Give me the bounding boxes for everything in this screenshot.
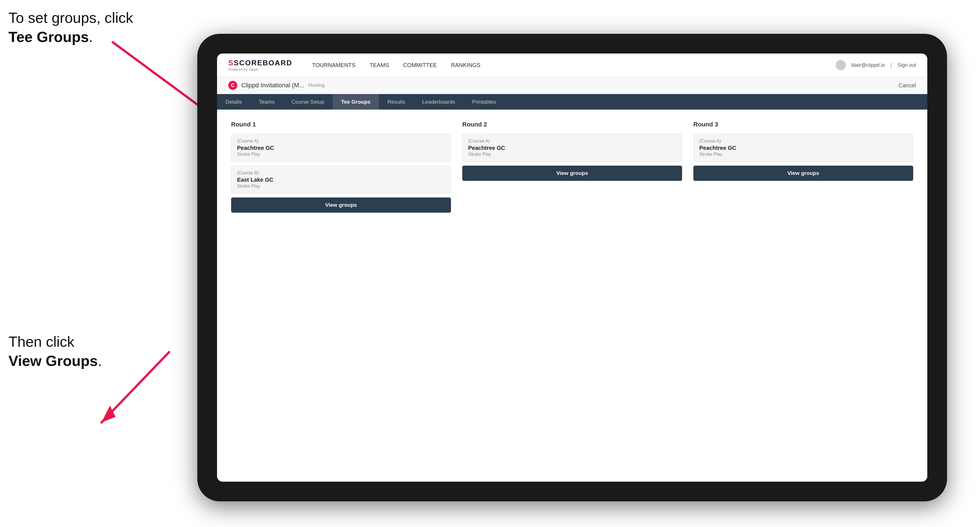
tab-teams[interactable]: Teams bbox=[250, 94, 283, 110]
hosting-badge: Hosting bbox=[309, 83, 325, 88]
tablet-device: SSCOREBOARD Powered by clippit TOURNAMEN… bbox=[197, 34, 947, 502]
logo-c-letter: S bbox=[228, 59, 234, 67]
round-3-course-a-label: (Course A) bbox=[699, 138, 907, 144]
round-2-course-a-label: (Course A) bbox=[468, 138, 676, 144]
nav-right: blair@clippd.io | Sign out bbox=[836, 60, 916, 70]
tab-course-setup[interactable]: Course Setup bbox=[283, 94, 332, 110]
round-3-view-groups-button[interactable]: View groups bbox=[694, 166, 913, 181]
round-3-course-a-format: Stroke Play bbox=[699, 152, 907, 157]
nav-rankings[interactable]: RANKINGS bbox=[451, 62, 480, 68]
instruction-top-bold: Tee Groups bbox=[8, 29, 89, 45]
tab-leaderboards[interactable]: Leaderboards bbox=[414, 94, 464, 110]
rounds-grid: Round 1 (Course A) Peachtree GC Stroke P… bbox=[231, 121, 913, 213]
round-1-course-a-format: Stroke Play bbox=[237, 152, 445, 157]
svg-line-2 bbox=[102, 352, 169, 422]
round-1-course-a-card: (Course A) Peachtree GC Stroke Play bbox=[231, 134, 451, 162]
sign-out-link[interactable]: Sign out bbox=[897, 62, 916, 68]
tournament-icon: C bbox=[228, 81, 237, 90]
nav-committee[interactable]: COMMITTEE bbox=[403, 62, 437, 68]
top-nav: SSCOREBOARD Powered by clippit TOURNAMEN… bbox=[217, 54, 927, 77]
tab-printables[interactable]: Printables bbox=[464, 94, 504, 110]
round-2-title: Round 2 bbox=[462, 121, 682, 128]
nav-tournaments[interactable]: TOURNAMENTS bbox=[312, 62, 355, 68]
tab-details[interactable]: Details bbox=[217, 94, 250, 110]
tournament-bar: C Clippd Invitational (M... Hosting Canc… bbox=[217, 77, 927, 94]
round-3-title: Round 3 bbox=[694, 121, 913, 128]
tab-results[interactable]: Results bbox=[379, 94, 414, 110]
round-2-column: Round 2 (Course A) Peachtree GC Stroke P… bbox=[462, 121, 682, 213]
tournament-title: Clippd Invitational (M... bbox=[241, 82, 304, 89]
round-2-course-a-format: Stroke Play bbox=[468, 152, 676, 157]
tablet-screen: SSCOREBOARD Powered by clippit TOURNAMEN… bbox=[217, 54, 927, 482]
round-1-course-a-name: Peachtree GC bbox=[237, 145, 445, 151]
instruction-bottom-bold: View Groups bbox=[8, 352, 98, 369]
round-3-column: Round 3 (Course A) Peachtree GC Stroke P… bbox=[694, 121, 913, 213]
logo-sub: Powered by clippit bbox=[228, 67, 292, 71]
nav-teams[interactable]: TEAMS bbox=[369, 62, 389, 68]
nav-links: TOURNAMENTS TEAMS COMMITTEE RANKINGS bbox=[312, 62, 822, 68]
round-2-course-a-card: (Course A) Peachtree GC Stroke Play bbox=[462, 134, 682, 162]
avatar bbox=[836, 60, 846, 70]
svg-marker-3 bbox=[102, 406, 116, 422]
round-2-course-a-name: Peachtree GC bbox=[468, 145, 676, 151]
sub-nav: Details Teams Course Setup Tee Groups Re… bbox=[217, 94, 927, 110]
round-1-course-a-label: (Course A) bbox=[237, 138, 445, 144]
cancel-button[interactable]: Cancel bbox=[899, 82, 916, 89]
round-1-view-groups-button[interactable]: View groups bbox=[231, 197, 451, 213]
instruction-bottom: Then click View Groups. bbox=[8, 332, 102, 370]
round-1-course-b-label: (Course B) bbox=[237, 170, 445, 176]
round-1-course-b-card: (Course B) East Lake GC Stroke Play bbox=[231, 166, 451, 194]
instruction-top: To set groups, click Tee Groups. bbox=[8, 8, 133, 46]
tab-tee-groups[interactable]: Tee Groups bbox=[332, 94, 379, 110]
tournament-name-area: C Clippd Invitational (M... Hosting bbox=[228, 81, 325, 90]
logo-text: SSCOREBOARD bbox=[228, 59, 292, 67]
user-email: blair@clippd.io bbox=[851, 62, 885, 68]
round-1-course-b-name: East Lake GC bbox=[237, 176, 445, 183]
instruction-top-line1: To set groups, click bbox=[8, 10, 133, 26]
instruction-bottom-line1: Then click bbox=[8, 333, 75, 350]
round-3-course-a-card: (Course A) Peachtree GC Stroke Play bbox=[694, 134, 913, 162]
round-1-column: Round 1 (Course A) Peachtree GC Stroke P… bbox=[231, 121, 451, 213]
round-1-course-b-format: Stroke Play bbox=[237, 184, 445, 189]
main-content: Round 1 (Course A) Peachtree GC Stroke P… bbox=[217, 110, 927, 482]
round-3-course-a-name: Peachtree GC bbox=[699, 145, 907, 151]
round-1-title: Round 1 bbox=[231, 121, 451, 128]
logo-area: SSCOREBOARD Powered by clippit bbox=[228, 59, 292, 71]
round-2-view-groups-button[interactable]: View groups bbox=[462, 166, 682, 181]
